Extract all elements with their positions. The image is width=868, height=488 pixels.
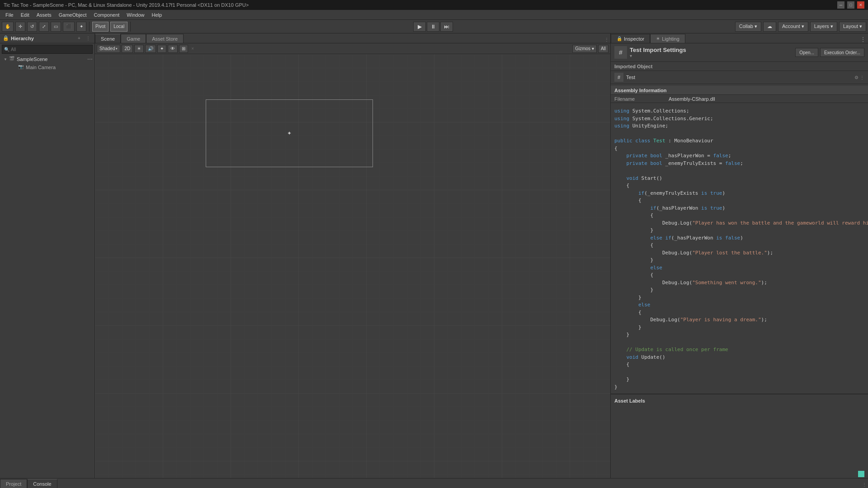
hand-tool-button[interactable]: ✋ [2,22,14,32]
title-bar-controls: ─ □ ✕ [837,1,864,9]
local-button[interactable]: Local [110,22,127,32]
assembly-section: Assembly Information Filename Assembly-C… [611,86,868,103]
hierarchy-search-input[interactable] [11,47,90,52]
restore-button[interactable]: □ [847,1,854,9]
project-tab-label: Project [6,481,21,487]
menu-help[interactable]: Help [148,11,165,19]
scale-tool-button[interactable]: ⤢ [39,22,49,32]
play-controls: ▶ ⏸ ⏭ [413,22,453,32]
toolbar-sep-1 [89,22,90,32]
gizmos-button[interactable]: Gizmos ▾ [572,45,597,53]
hierarchy-header: 🔒 Hierarchy + ⋮ [0,33,94,43]
imported-settings-icon[interactable]: ⚙ [854,75,859,80]
tab-scene[interactable]: Scene [95,34,121,43]
imported-object-section-header: Imported Object [611,62,868,71]
collab-button[interactable]: Collab ▾ [735,22,761,32]
step-button[interactable]: ⏭ [440,22,453,32]
menu-window[interactable]: Window [123,11,148,19]
menu-gameobject[interactable]: GameObject [55,11,90,19]
move-tool-button[interactable]: ✛ [15,22,25,32]
layout-button[interactable]: Layout ▾ [839,22,866,32]
camera-view-icon: ✦ [287,130,292,136]
assembly-section-header[interactable]: Assembly Information [611,86,868,95]
account-button[interactable]: Account ▾ [778,22,808,32]
hidden-objects-button[interactable]: 👁 [168,45,178,53]
imported-object-icons: ⚙ ⋮ [854,75,864,80]
inspector-header-buttons: Open... Execution Order... [795,48,864,57]
inspector-add-button[interactable]: ⋮ [860,36,866,43]
code-block: using System.Collections; using System.C… [611,105,868,394]
menu-bar: File Edit Assets GameObject Component Wi… [0,10,868,20]
hierarchy-item-maincamera[interactable]: 📷 Main Camera [0,63,94,71]
inspector-title-group: Test Import Settings ▾ [630,47,793,58]
inspector-object-title: Test Import Settings [630,47,793,53]
rect-tool-button[interactable]: ▭ [51,22,61,32]
scene-toolbar: Shaded ▾ 2D ☀ 🔊 ✦ 👁 ⊞ × Gizmos ▾ All [95,43,610,54]
custom-tool-button[interactable]: ✦ [76,22,86,32]
hierarchy-item-samplescene[interactable]: ▼ 🎬 SampleScene ⋯ [0,55,94,63]
tab-lighting[interactable]: ☀ Lighting [650,34,685,43]
scene-expand-icon: ▼ [4,57,9,61]
layers-button[interactable]: Layers ▾ [810,22,837,32]
tab-project[interactable]: Project [0,479,27,488]
toolbar-sep-2 [130,22,131,32]
menu-assets[interactable]: Assets [33,11,55,19]
scene-options-button[interactable]: ⋯ [87,56,93,62]
pivot-button[interactable]: Pivot [92,22,108,32]
shading-mode-button[interactable]: Shaded ▾ [97,45,120,53]
viewport[interactable]: ✦ [95,54,610,478]
console-panel-menu[interactable]: ⋮ [861,481,868,488]
center-panel: Scene Game Asset Store ⋮ Shaded ▾ 2D ☀ 🔊 [95,33,610,478]
menu-file[interactable]: File [2,11,17,19]
assembly-filename-row: Filename Assembly-CSharp.dll [611,95,868,103]
rotate-tool-button[interactable]: ↺ [27,22,37,32]
hierarchy-add-button[interactable]: + [75,35,83,42]
asset-labels-label: Asset Labels [614,398,645,404]
filename-value: Assembly-CSharp.dll [669,96,864,102]
account-label: Account ▾ [782,23,804,29]
pause-button[interactable]: ⏸ [427,22,439,32]
grid-toggle-button[interactable]: ⊞ [179,45,188,53]
effects-button[interactable]: ✦ [157,45,166,53]
tab-asset-store[interactable]: Asset Store [146,34,184,43]
execution-order-button[interactable]: Execution Order... [820,48,864,57]
multi-tool-button[interactable]: ⬛ [63,22,75,32]
assembly-header-label: Assembly Information [614,88,667,93]
lighting-toggle-button[interactable]: ☀ [134,45,144,53]
inspector-tab-bar: 🔒 Inspector ☀ Lighting ⋮ [611,33,868,43]
play-button[interactable]: ▶ [413,22,426,32]
hierarchy-menu-button[interactable]: ⋮ [85,35,92,42]
open-button[interactable]: Open... [795,48,818,57]
inspector-object-header: # Test Import Settings ▾ Open... Executi… [611,43,868,62]
right-panel: 🔒 Inspector ☀ Lighting ⋮ # Test Import S… [610,33,868,478]
scene-panel-menu[interactable]: ⋮ [603,36,610,43]
all-button[interactable]: All [598,45,609,53]
imported-object-label: Imported Object [614,64,652,69]
hierarchy-panel: 🔒 Hierarchy + ⋮ 🔍 ▼ 🎬 SampleScene ⋯ 📷 Ma… [0,33,95,478]
audio-toggle-button[interactable]: 🔊 [145,45,156,53]
imported-hash-icon: # [614,73,623,82]
title-bar: Tic Tac Toe - SampleScene - PC, Mac & Li… [0,0,868,10]
inspector-status-dot [858,471,864,477]
inspector-hash-icon: # [614,46,627,59]
2d-toggle-button[interactable]: 2D [122,45,133,53]
minimize-button[interactable]: ─ [837,1,844,9]
imported-more-icon[interactable]: ⋮ [860,75,864,80]
right-toolbar: Collab ▾ ☁ Account ▾ Layers ▾ Layout ▾ [735,22,866,32]
shading-mode-label: Shaded [99,46,115,51]
cloud-button[interactable]: ☁ [763,22,776,32]
tab-asset-store-label: Asset Store [152,36,178,42]
bottom-panel: Project Console ⋮ Clear Collapse Clear o… [0,478,868,488]
tab-console[interactable]: Console [27,479,57,488]
filename-label: Filename [614,96,669,102]
hierarchy-search-icon: 🔍 [4,47,9,52]
tab-inspector[interactable]: 🔒 Inspector [611,34,650,43]
menu-component[interactable]: Component [90,11,123,19]
tab-game[interactable]: Game [121,34,146,43]
menu-edit[interactable]: Edit [17,11,33,19]
scene-tab-bar: Scene Game Asset Store ⋮ [95,33,610,43]
title-bar-text: Tic Tac Toe - SampleScene - PC, Mac & Li… [4,2,837,8]
asset-labels-section: Asset Labels [611,394,868,407]
close-button[interactable]: ✕ [857,1,864,9]
shading-dropdown-arrow: ▾ [116,47,118,51]
